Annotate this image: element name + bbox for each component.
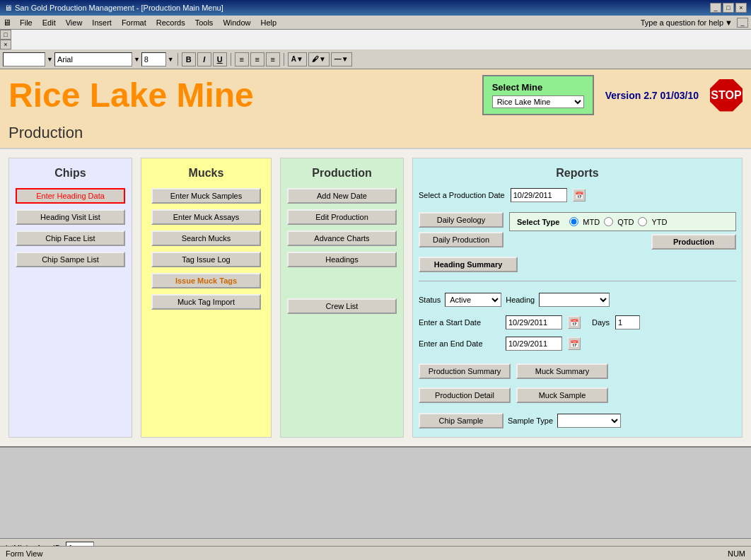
close-btn[interactable]: × (735, 3, 747, 13)
menu-format[interactable]: Format (117, 18, 151, 28)
start-date-row: Enter a Start Date 📅 Days (419, 315, 736, 329)
window-title: San Gold Production Management - [Produc… (15, 4, 223, 12)
font-name-input[interactable] (54, 52, 132, 66)
toolbar: ▼ ▼ ▼ B I U ≡ ≡ ≡ A▼ 🖌▼ —▼ (0, 49, 751, 69)
chip-sampe-list-btn[interactable]: Chip Sampe List (16, 252, 125, 267)
menu-help[interactable]: Help (257, 18, 281, 28)
chip-sample-btn[interactable]: Chip Sample (419, 413, 503, 428)
chips-title: Chips (54, 167, 86, 180)
end-date-cal-btn[interactable]: 📅 (568, 337, 581, 350)
ytd-label: YTD (651, 218, 667, 226)
font-size-input[interactable] (141, 52, 166, 66)
radio-qtd[interactable] (604, 217, 613, 226)
radio-ytd[interactable] (638, 217, 647, 226)
muck-summary-btn[interactable]: Muck Summary (516, 363, 608, 379)
stop-sign[interactable]: STOP (710, 79, 743, 112)
minimize-btn[interactable]: _ (710, 3, 721, 13)
bottom-area (0, 446, 751, 538)
production-summary-btn[interactable]: Production Summary (419, 363, 511, 379)
end-date-input[interactable] (506, 337, 562, 351)
heading-summary-btn[interactable]: Heading Summary (419, 257, 518, 272)
advance-charts-btn[interactable]: Advance Charts (287, 231, 397, 246)
production-panel: Production Add New Date Edit Production … (280, 158, 404, 438)
main-content: Rice Lake Mine Select Mine Rice Lake Min… (0, 69, 751, 538)
app-title: Rice Lake Mine (8, 76, 254, 115)
production-detail-btn[interactable]: Production Detail (419, 387, 511, 403)
production-date-input[interactable] (511, 188, 567, 202)
help-dropdown-btn[interactable]: ▼ (725, 18, 733, 27)
toolbar-dropdown-icon[interactable]: ▼ (47, 56, 53, 63)
end-date-row: Enter an End Date 📅 (419, 337, 736, 351)
enter-heading-data-btn[interactable]: Enter Heading Data (16, 188, 125, 204)
radio-mtd[interactable] (569, 217, 578, 226)
line-btn[interactable]: —▼ (331, 52, 352, 66)
mine-select[interactable]: Rice Lake Mine (492, 95, 584, 108)
enter-muck-samples-btn[interactable]: Enter Muck Samples (151, 188, 261, 204)
select-mine-label: Select Mine (492, 82, 584, 93)
daily-and-type-row: Daily Geology Daily Production Select Ty… (419, 212, 736, 250)
toolbar-close-btn[interactable]: × (0, 40, 11, 49)
start-date-input[interactable] (506, 315, 562, 329)
start-date-label: Enter a Start Date (419, 318, 500, 327)
select-type-box: Select Type MTD QTD YTD (509, 212, 736, 231)
app-menu-icon: 🖥 (3, 18, 11, 28)
summary-detail-row: Production Summary Muck Summary (419, 363, 608, 379)
production-report-btn[interactable]: Production (651, 234, 736, 250)
divider-1 (419, 281, 736, 281)
headings-btn[interactable]: Headings (287, 252, 397, 267)
menu-records[interactable]: Records (152, 18, 190, 28)
days-input[interactable] (615, 315, 640, 329)
menu-file[interactable]: File (16, 18, 37, 28)
help-text: Type a question for help (641, 18, 723, 27)
prod-date-label: Select a Production Date (419, 191, 505, 199)
crew-list-btn[interactable]: Crew List (287, 298, 397, 314)
maximize-btn[interactable]: □ (723, 3, 734, 13)
menu-edit[interactable]: Edit (38, 18, 60, 28)
radio-group: MTD QTD YTD (569, 217, 667, 226)
start-date-cal-btn[interactable]: 📅 (568, 316, 581, 329)
chip-face-list-btn[interactable]: Chip Face List (16, 231, 125, 246)
menu-insert[interactable]: Insert (88, 18, 116, 28)
daily-geology-btn[interactable]: Daily Geology (419, 212, 503, 228)
menu-window[interactable]: Window (219, 18, 255, 28)
toolbar-combo[interactable] (3, 52, 45, 66)
search-mucks-btn[interactable]: Search Mucks (151, 231, 261, 246)
title-bar: 🖥 San Gold Production Management - [Prod… (0, 0, 751, 16)
italic-btn[interactable]: I (197, 52, 211, 66)
status-select[interactable]: Active (445, 293, 501, 307)
menu-tools[interactable]: Tools (191, 18, 218, 28)
muck-sample-btn[interactable]: Muck Sample (516, 387, 608, 403)
production-title: Production (312, 167, 371, 180)
reports-title: Reports (556, 167, 598, 180)
sample-type-select[interactable] (557, 414, 621, 428)
heading-visit-list-btn[interactable]: Heading Visit List (16, 209, 125, 225)
type-and-prod: Select Type MTD QTD YTD Production (509, 212, 736, 250)
production-date-cal-btn[interactable]: 📅 (573, 189, 586, 202)
header-right: Version 2.7 01/03/10 STOP (605, 79, 743, 112)
enter-muck-assays-btn[interactable]: Enter Muck Assays (151, 209, 261, 225)
align-left-btn[interactable]: ≡ (235, 52, 249, 66)
toolbar-min-btn[interactable]: _ (737, 18, 748, 28)
menu-view[interactable]: View (62, 18, 87, 28)
sample-type-label: Sample Type (508, 416, 553, 425)
daily-btns: Daily Geology Daily Production (419, 212, 503, 250)
select-type-label: Select Type (517, 218, 559, 226)
align-center-btn[interactable]: ≡ (250, 52, 264, 66)
font-dropdown-icon[interactable]: ▼ (134, 56, 140, 63)
days-label: Days (592, 318, 610, 327)
color-btn[interactable]: A▼ (288, 52, 307, 66)
muck-tag-import-btn[interactable]: Muck Tag Import (151, 294, 261, 310)
fill-btn[interactable]: 🖌▼ (308, 52, 330, 66)
underline-btn[interactable]: U (213, 52, 227, 66)
add-new-date-btn[interactable]: Add New Date (287, 188, 397, 204)
size-dropdown-icon[interactable]: ▼ (168, 56, 174, 63)
toolbar-max-btn[interactable]: □ (0, 30, 11, 40)
bold-btn[interactable]: B (182, 52, 196, 66)
heading-select[interactable] (539, 293, 610, 307)
daily-production-btn[interactable]: Daily Production (419, 232, 503, 247)
edit-production-btn[interactable]: Edit Production (287, 209, 397, 225)
align-right-btn[interactable]: ≡ (266, 52, 280, 66)
tag-issue-log-btn[interactable]: Tag Issue Log (151, 252, 261, 267)
issue-muck-tags-btn[interactable]: Issue Muck Tags (151, 273, 261, 288)
date-range-section: Enter a Start Date 📅 Days Enter an End D… (419, 315, 736, 355)
